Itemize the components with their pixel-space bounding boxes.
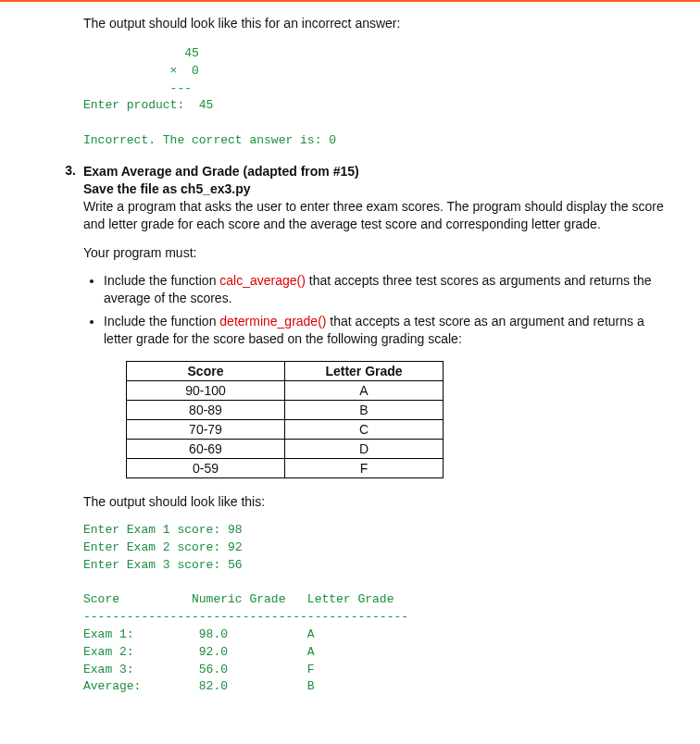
- table-row: 80-89B: [127, 400, 444, 419]
- func-determine-grade: determine_grade(): [219, 314, 326, 329]
- table-row: 60-69D: [127, 439, 444, 458]
- exercise-3: 3. Exam Average and Grade (adapted from …: [44, 163, 665, 522]
- output-lead: The output should look like this:: [83, 493, 665, 511]
- requirement-1: Include the function calc_average() that…: [104, 272, 665, 307]
- exercise-title: Exam Average and Grade (adapted from #15…: [83, 164, 359, 179]
- exercise-number: 3.: [44, 163, 83, 522]
- code-block-incorrect: 45 × 0 --- Enter product: 45 Incorrect. …: [83, 45, 678, 150]
- func-calc-average: calc_average(): [219, 273, 306, 288]
- grading-table: Score Letter Grade 90-100A 80-89B 70-79C…: [126, 361, 444, 478]
- th-score: Score: [127, 361, 285, 380]
- code-block-output: Enter Exam 1 score: 98 Enter Exam 2 scor…: [83, 522, 678, 696]
- table-row: 0-59F: [127, 458, 444, 477]
- must-lead: Your program must:: [83, 244, 665, 262]
- intro-line: The output should look like this for an …: [83, 15, 657, 32]
- exercise-desc: Write a program that asks the user to en…: [83, 199, 664, 231]
- table-row: 70-79C: [127, 419, 444, 439]
- requirement-2: Include the function determine_grade() t…: [104, 313, 665, 348]
- requirements-list: Include the function calc_average() that…: [83, 272, 665, 348]
- exercise-save-as: Save the file as ch5_ex3.py: [83, 181, 251, 196]
- table-row: 90-100A: [127, 380, 444, 400]
- th-letter: Letter Grade: [285, 361, 444, 380]
- accent-bar: [0, 0, 700, 2]
